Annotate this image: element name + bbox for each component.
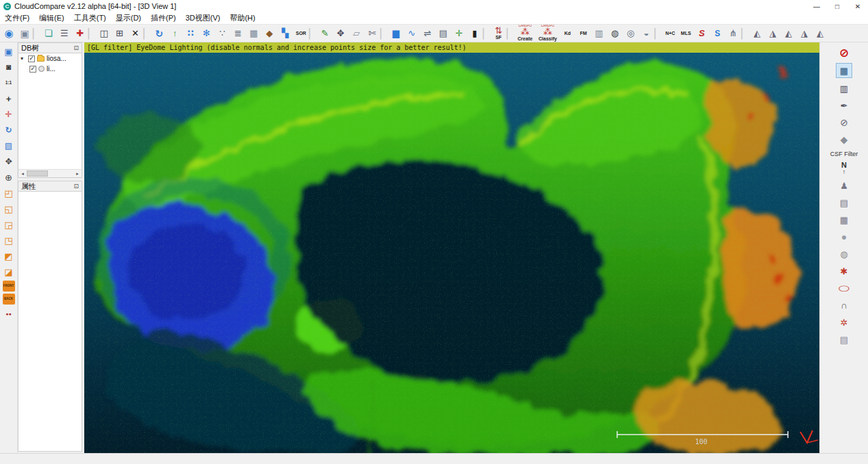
view-iso2-icon[interactable]: ◪ [1,265,16,279]
close-button[interactable]: ✕ [847,0,868,12]
octree-icon[interactable]: ✻ [199,25,214,42]
magnet-icon[interactable]: ∩ [836,298,852,312]
resample-icon[interactable]: ⇌ [420,25,435,42]
globe-dark-icon[interactable]: ◍ [607,25,622,42]
view-back-icon[interactable]: BACK [3,294,15,305]
pivot-icon[interactable]: ✛ [1,107,16,121]
menu-item[interactable]: 3D视图(V) [181,13,225,23]
view-front-icon[interactable]: FRONT [3,281,15,292]
sor-filter-icon[interactable]: SOR [293,25,308,42]
view-iso1-icon[interactable]: ◩ [1,249,16,263]
normals-arrow-icon[interactable]: N↑ [836,162,852,175]
trace-polyline-icon[interactable]: ✎ [317,25,332,42]
fm-icon[interactable]: FM [575,25,591,42]
dropper-icon[interactable]: ✒ [836,99,852,112]
zoom-1-1-icon[interactable]: 1:1 [1,76,16,90]
render-pause-icon[interactable]: ⊘ [836,46,852,60]
m3c2-icon[interactable]: ▤ [836,196,852,209]
plugin-c-icon[interactable]: ◭ [781,25,796,42]
matrix-icon[interactable]: ▤ [436,25,451,42]
tree-item-root[interactable]: ▾ ✓ liosa... [18,53,82,64]
panel-float-icon[interactable]: ⊡ [73,44,79,51]
trash-icon[interactable]: ▮ [467,25,482,42]
scrollbar-track[interactable] [27,170,73,177]
scroll-left-icon[interactable]: ◂ [18,171,27,177]
kd-tree-icon[interactable]: Kd [560,25,575,42]
properties-icon[interactable]: ☰ [57,25,72,42]
view-top-icon[interactable]: ◰ [1,186,16,200]
zoom-icon[interactable]: ⊕ [1,170,16,184]
las-s-icon[interactable]: S [694,25,709,42]
tree-checkbox[interactable]: ✓ [28,55,35,62]
curvature-icon[interactable]: ∿ [404,25,419,42]
horizontal-scrollbar[interactable]: ◂ ▸ [18,169,82,177]
plugin-d-icon[interactable]: ◮ [797,25,812,42]
normals-compute-icon[interactable]: N+C [662,25,678,42]
panel-float-icon[interactable]: ⊡ [73,183,79,190]
ortho-cube-icon[interactable]: ▧ [1,139,16,153]
cross-section-icon[interactable]: ✄ [364,25,380,42]
canupo-create-icon[interactable]: CANUPO⁂Create [514,25,535,42]
rotate-view-icon[interactable]: ↻ [1,123,16,137]
camera-icon[interactable]: ◙ [1,60,16,74]
noise-filter-icon[interactable]: ∵ [214,25,230,42]
paint-bucket-icon[interactable]: ◆ [262,25,277,42]
delete-icon[interactable]: ✕ [128,25,143,42]
merge-icon[interactable]: ◫ [97,25,112,42]
menu-item[interactable]: 插件(P) [146,13,181,23]
circle-slash-icon[interactable]: ⊘ [836,116,852,129]
canupo-classify-icon[interactable]: CANUPO⁂Classify [536,25,559,42]
plugin-a-icon[interactable]: ◭ [749,25,765,42]
subsample-icon[interactable]: ∷ [183,25,198,42]
global-shift-icon[interactable]: ✚ [73,25,88,42]
density-icon[interactable]: ≣ [230,25,245,42]
minimize-button[interactable]: — [806,0,827,12]
scroll-right-icon[interactable]: ▸ [73,171,82,177]
menu-item[interactable]: 显示(D) [111,13,146,23]
menu-item[interactable]: 文件(F) [0,13,34,23]
recenter-icon[interactable]: ↻ [151,25,166,42]
point-cloud-canvas[interactable]: 100 [84,53,819,453]
gear-red-icon[interactable]: ✱ [836,264,852,278]
menu-item[interactable]: 工具类(T) [69,13,111,23]
tree-caret-icon[interactable]: ▾ [21,55,26,62]
csf-filter-active-icon[interactable]: ▦ [836,63,852,78]
crop-icon[interactable]: ⊞ [112,25,127,42]
interpolate-colors-icon[interactable]: ▚ [277,25,293,42]
screenshot-icon[interactable]: ▣ [1,44,16,58]
pan-icon[interactable]: ✥ [1,155,16,168]
animation-film-icon[interactable]: ▥ [836,81,852,95]
save-icon[interactable]: ▣ [17,25,32,42]
mini-chart-icon[interactable]: ▥ [591,25,606,42]
fork-icon[interactable]: ⋔ [726,25,741,42]
tree-item-cloud[interactable]: ✓ li... [18,64,82,74]
person-icon[interactable]: ♟ [836,179,852,192]
mls-smooth-icon[interactable]: MLS [678,25,693,42]
clone-icon[interactable]: ❏ [41,25,56,42]
view-bottom-icon[interactable]: ◱ [1,202,16,216]
fit-plane-icon[interactable]: ▱ [349,25,364,42]
plugin-b-icon[interactable]: ◮ [765,25,780,42]
tree-checkbox[interactable]: ✓ [29,66,36,73]
scrollbar-thumb[interactable] [27,170,48,177]
grid-small-icon[interactable]: ▦ [836,213,852,227]
view-right-icon[interactable]: ◳ [1,233,16,247]
histogram-icon[interactable]: ▆ [388,25,404,42]
globe-icon[interactable]: ◎ [623,25,638,42]
roof-icon[interactable]: ▤ [836,333,852,346]
translate-icon[interactable]: ✥ [333,25,348,42]
zoom-fit-icon[interactable]: + [1,92,16,105]
ellipse-red-icon[interactable]: ◯ [836,285,852,292]
menu-item[interactable]: 编辑(E) [34,13,69,23]
menu-item[interactable]: 帮助(H) [225,13,260,23]
maximize-button[interactable]: □ [827,0,847,12]
point-size-icon[interactable]: ↑ [167,25,182,42]
plugin-e-icon[interactable]: ◭ [813,25,828,42]
gear-red2-icon[interactable]: ✲ [836,315,852,329]
sra-s-icon[interactable]: S [710,25,725,42]
sphere-grey-icon[interactable]: ● [836,230,852,244]
viewport-3d[interactable]: [GL filter] EyeDome Lighting (disable no… [84,42,819,453]
hex-icon[interactable]: ◍ [836,247,852,261]
open-icon[interactable]: ◉ [1,25,16,42]
stereo-icon[interactable]: ●● [1,307,16,320]
